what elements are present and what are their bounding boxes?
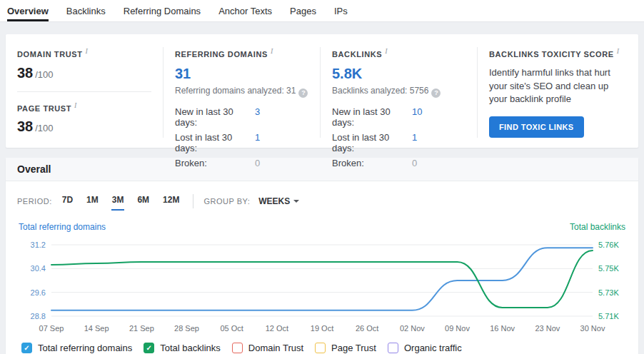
svg-text:16 Nov: 16 Nov	[490, 324, 515, 333]
period-label: PERIOD:	[17, 197, 52, 206]
group-by-select[interactable]: WEEKS	[258, 196, 299, 206]
stat-row-new: New in last 30 days:3	[175, 106, 308, 128]
info-icon[interactable]: i	[617, 47, 620, 55]
tab-ips[interactable]: IPs	[334, 0, 348, 21]
stat-row-broken: Broken:0	[332, 158, 466, 168]
svg-text:05 Oct: 05 Oct	[220, 324, 243, 333]
page-trust-label: PAGE TRUSTi	[17, 101, 151, 113]
checkbox-unchecked-icon	[388, 343, 398, 353]
svg-text:09 Nov: 09 Nov	[445, 324, 470, 333]
referring-domains-analyzed: Referring domains analyzed: 31?	[175, 86, 308, 98]
broken-referring-domains-value: 0	[255, 158, 260, 168]
svg-text:14 Sep: 14 Sep	[84, 324, 109, 333]
tab-referring-domains-label: Referring Domains	[124, 6, 201, 16]
svg-text:23 Nov: 23 Nov	[535, 324, 560, 333]
tab-overview-label: Overview	[7, 6, 49, 16]
svg-text:30 Nov: 30 Nov	[580, 324, 605, 333]
stat-row-new: New in last 30 days:10	[332, 106, 466, 128]
referring-domains-count[interactable]: 31	[175, 66, 308, 82]
svg-text:07 Sep: 07 Sep	[39, 324, 64, 333]
page-trust-value: 38/100	[17, 118, 151, 135]
legend-page-trust[interactable]: Page Trust	[315, 343, 376, 353]
period-3m[interactable]: 3M	[111, 193, 126, 209]
legend-total-backlinks[interactable]: ✓Total backlinks	[144, 343, 221, 353]
right-axis-title: Total backlinks	[570, 222, 625, 232]
legend-total-referring-domains[interactable]: ✓Total referring domains	[21, 343, 132, 353]
svg-text:5.71K: 5.71K	[598, 312, 619, 320]
referring-domains-column: REFERRING DOMAINSi 31 Referring domains …	[163, 47, 320, 138]
page-trust-score: 38	[17, 118, 33, 134]
domain-trust-block: DOMAIN TRUSTi 38/100	[17, 47, 151, 81]
domain-trust-value: 38/100	[17, 65, 151, 81]
toxicity-description: Identify harmful links that hurt your si…	[489, 66, 627, 107]
broken-backlinks-value: 0	[412, 158, 417, 168]
tab-pages[interactable]: Pages	[290, 0, 316, 21]
info-icon[interactable]: i	[271, 47, 273, 55]
checkbox-unchecked-icon	[315, 343, 326, 353]
domain-trust-label: DOMAIN TRUSTi	[17, 47, 151, 59]
trust-column: DOMAIN TRUSTi 38/100 PAGE TRUSTi 38/100	[6, 47, 163, 138]
svg-text:02 Nov: 02 Nov	[400, 324, 425, 333]
help-icon[interactable]: ?	[298, 88, 308, 98]
backlinks-count[interactable]: 5.8K	[332, 66, 466, 82]
svg-text:5.76K: 5.76K	[598, 241, 619, 249]
checkbox-checked-icon: ✓	[21, 343, 32, 353]
overall-chart: Total referring domains Total backlinks …	[6, 218, 638, 340]
legend-organic-traffic[interactable]: Organic traffic	[388, 343, 462, 353]
toxicity-column: BACKLINKS TOXICITY SCOREi Identify harmf…	[477, 47, 638, 138]
new-backlinks-value[interactable]: 10	[412, 106, 422, 128]
lost-referring-domains-value[interactable]: 1	[255, 132, 260, 153]
info-icon[interactable]: i	[385, 47, 388, 55]
svg-text:29.6: 29.6	[31, 288, 46, 297]
overall-section-title: Overall	[6, 158, 638, 181]
page-trust-denominator: /100	[35, 123, 53, 133]
stat-row-broken: Broken:0	[175, 158, 308, 168]
chart-legend: ✓Total referring domains ✓Total backlink…	[6, 340, 638, 354]
new-referring-domains-value[interactable]: 3	[255, 106, 260, 128]
referring-domains-stats: New in last 30 days:3 Lost in last 30 da…	[175, 106, 308, 168]
tab-overview[interactable]: Overview	[7, 0, 49, 21]
period-1m[interactable]: 1M	[85, 193, 100, 209]
backlinks-stats: New in last 30 days:10 Lost in last 30 d…	[332, 106, 466, 168]
divider	[17, 91, 151, 92]
tab-pages-label: Pages	[290, 6, 316, 16]
tab-ips-label: IPs	[334, 6, 348, 16]
stat-row-lost: Lost in last 30 days:1	[175, 132, 308, 153]
svg-text:31.2: 31.2	[31, 241, 46, 249]
domain-trust-score: 38	[17, 65, 33, 81]
referring-domains-label: REFERRING DOMAINSi	[175, 47, 308, 59]
line-chart-canvas[interactable]: 31.25.76K30.45.75K29.65.73K28.85.71K07 S…	[17, 236, 638, 338]
domain-trust-denominator: /100	[35, 69, 53, 80]
legend-domain-trust[interactable]: Domain Trust	[232, 343, 303, 353]
tab-anchor-texts[interactable]: Anchor Texts	[218, 0, 272, 21]
tab-backlinks-label: Backlinks	[66, 6, 106, 16]
period-7d[interactable]: 7D	[61, 193, 74, 209]
period-12m[interactable]: 12M	[161, 193, 181, 209]
svg-text:30.4: 30.4	[31, 264, 46, 273]
svg-text:21 Sep: 21 Sep	[129, 324, 154, 333]
svg-text:5.75K: 5.75K	[598, 264, 619, 273]
help-icon[interactable]: ?	[431, 88, 441, 98]
backlinks-label: BACKLINKSi	[332, 47, 466, 59]
checkbox-checked-icon: ✓	[144, 343, 154, 353]
overall-panel: Overall PERIOD: 7D 1M 3M 6M 12M GROUP BY…	[6, 158, 638, 354]
svg-text:28.8: 28.8	[31, 312, 46, 320]
svg-text:28 Sep: 28 Sep	[174, 324, 199, 333]
info-icon[interactable]: i	[86, 47, 89, 55]
page-trust-block: PAGE TRUSTi 38/100	[17, 101, 151, 136]
chevron-down-icon	[293, 200, 299, 203]
group-by-value: WEEKS	[258, 196, 290, 206]
checkbox-unchecked-icon	[232, 343, 243, 353]
lost-backlinks-value[interactable]: 1	[412, 132, 417, 153]
tab-referring-domains[interactable]: Referring Domains	[124, 0, 201, 21]
backlinks-analyzed: Backlinks analyzed: 5756?	[332, 86, 466, 98]
toxicity-label: BACKLINKS TOXICITY SCOREi	[489, 47, 627, 59]
svg-text:12 Oct: 12 Oct	[266, 324, 288, 333]
svg-text:5.73K: 5.73K	[598, 288, 619, 297]
find-toxic-links-button[interactable]: FIND TOXIC LINKS	[489, 116, 584, 138]
period-6m[interactable]: 6M	[136, 193, 151, 209]
metrics-panel: DOMAIN TRUSTi 38/100 PAGE TRUSTi 38/100 …	[6, 34, 638, 148]
stat-row-lost: Lost in last 30 days:1	[332, 132, 466, 153]
tab-backlinks[interactable]: Backlinks	[66, 0, 106, 21]
info-icon[interactable]: i	[74, 101, 77, 109]
